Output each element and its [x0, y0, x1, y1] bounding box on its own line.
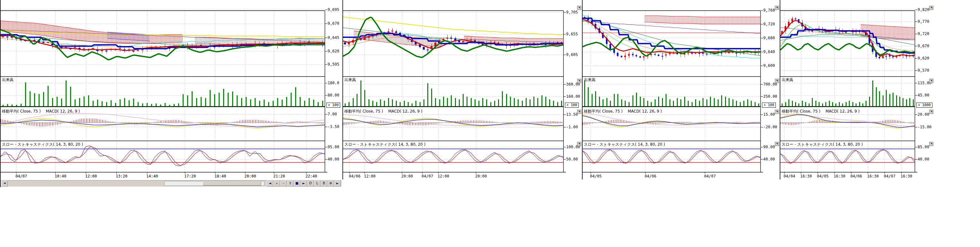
section-expand-button[interactable]: ◥ — [577, 6, 581, 10]
stoch-section-label: スロー・ストキャスティクス( 14, 3, 80, 20 ) — [344, 142, 425, 147]
x-axis-label: 20:00 — [475, 174, 487, 178]
scroll-left-button[interactable]: ◄ — [1, 180, 8, 186]
y-axis-label-price: 9,760 — [763, 8, 775, 13]
volume-scale-badge: × 1000 — [916, 103, 932, 108]
scrollbar-track[interactable] — [164, 181, 265, 186]
chart-tool-button[interactable]: D — [307, 180, 314, 186]
y-axis-label-price: 9,605 — [566, 53, 578, 57]
chart-tool-button[interactable]: ■ — [294, 180, 300, 186]
section-expand-button[interactable]: ◥ — [929, 110, 933, 114]
x-axis-label: 16:30 — [867, 174, 879, 178]
section-expand-button[interactable]: ◥ — [775, 142, 779, 146]
chart-tool-button[interactable]: ► — [334, 180, 341, 186]
volume-scale-badge: × 100 — [326, 103, 340, 108]
x-axis-label: 17:20 — [184, 174, 196, 178]
x-axis-label: 04/07 — [704, 174, 716, 178]
chart-canvas[interactable] — [780, 0, 934, 174]
scrollbar-thumb[interactable] — [202, 182, 261, 186]
x-axis-label: 22:40 — [305, 174, 317, 178]
x-axis-label: 12:00 — [85, 174, 97, 178]
x-axis-label: 04/05 — [590, 174, 601, 178]
stoch-section-label: スロー・ストキャスティクス( 14, 3, 80, 20 ) — [782, 142, 863, 147]
section-expand-button[interactable]: ◥ — [577, 79, 581, 83]
x-axis-label: 12:00 — [438, 174, 449, 178]
desktop: 先物▼日経225mini▼11/06▼ 日経225mini 11/06( 5分,… — [0, 0, 980, 247]
y-axis-label-volume: 180.0 — [328, 81, 339, 85]
y-axis-label-stoch: 50.00 — [566, 157, 578, 161]
y-axis-label-volume: 160.00 — [566, 94, 580, 99]
section-expand-button[interactable]: ◥ — [929, 142, 933, 146]
chart-canvas[interactable] — [1, 0, 342, 174]
y-axis-label-stoch: 40.00 — [328, 157, 339, 161]
y-axis-label-stoch: 40.00 — [918, 157, 929, 161]
x-axis-label: 04/05 — [817, 174, 829, 178]
section-expand-button[interactable]: ◥ — [577, 142, 581, 146]
section-expand-button[interactable]: ◥ — [929, 79, 933, 83]
macd-section-label: 移動平均( Close, 75 ) MACD( 12, 26, 9 ) — [2, 109, 80, 114]
y-axis-label-price: 9,640 — [763, 49, 775, 54]
chart-canvas[interactable] — [343, 0, 582, 174]
y-axis-label-macd: -1.00 — [566, 125, 578, 129]
y-axis-label-volume: 45.00 — [918, 93, 929, 97]
y-axis-label-price: 9,620 — [918, 56, 929, 61]
chart-window-60min: ▼▼▼ 日経225mini 11/06( 60分, 2011/03/30 - 2… — [780, 0, 934, 180]
y-axis-label-price: 9,680 — [763, 36, 775, 40]
y-axis-label-price: 9,570 — [918, 68, 929, 73]
y-axis-label-stoch: 90.00 — [763, 145, 775, 149]
volume-section-label: 出来高 — [584, 77, 595, 83]
y-axis-label-macd: -3.50 — [328, 124, 339, 129]
x-axis-label: 04/06 — [349, 174, 360, 178]
chart-tool-button[interactable]: ↕ — [287, 180, 294, 186]
volume-section-label: 出来高 — [782, 77, 793, 83]
y-axis-label-macd: 13.50 — [566, 112, 578, 117]
y-axis-label-price: 9,655 — [566, 32, 578, 36]
chart-canvas[interactable] — [582, 0, 780, 174]
x-axis-label: 16:30 — [834, 174, 845, 178]
macd-section-label: 移動平均( Close, 75 ) MACD( 12, 26, 9 ) — [344, 109, 423, 114]
y-axis-label-price: 9,705 — [566, 10, 578, 14]
y-axis-label-price: 9,670 — [328, 21, 339, 26]
y-axis-label-price: 9,695 — [328, 7, 339, 12]
x-axis-label: 16:30 — [800, 174, 812, 178]
volume-section-label: 出来高 — [2, 77, 13, 83]
bottom-scrollbar[interactable]: ◄ ◄＋－↕■►DLB⊕► — [1, 180, 342, 186]
macd-section-label: 移動平均( Close, 75 ) MACD( 12, 26, 9 ) — [584, 109, 662, 114]
x-axis-label: 21:20 — [273, 174, 285, 178]
y-axis-label-macd: 20.00 — [918, 112, 929, 117]
chart-tool-button[interactable]: L — [314, 180, 321, 186]
x-axis-label: 04/07 — [422, 174, 433, 178]
x-axis-label: 13:20 — [116, 174, 127, 178]
y-axis-label-price: 9,770 — [918, 19, 929, 24]
macd-section-label: 移動平均( Close, 75 ) MACD( 12, 26, 9 ) — [782, 109, 860, 114]
x-axis-label: 18:40 — [215, 174, 226, 178]
x-axis-label: 20:00 — [244, 174, 256, 178]
volume-section-label: 出来高 — [344, 77, 356, 83]
x-axis-label: 04/06 — [645, 174, 656, 178]
y-axis-label-price: 9,720 — [918, 32, 929, 36]
chart-window-15min: ▼▼▼ 日経225mini 11/06( 15分, 2011/03/30 - 2… — [342, 0, 582, 180]
y-axis-label-macd: -15.00 — [918, 125, 931, 129]
x-axis-label: 12:00 — [364, 174, 375, 178]
chart-tool-button[interactable]: － — [280, 180, 287, 186]
chart-tool-button[interactable]: ► — [300, 180, 307, 186]
y-axis-label-price: 9,645 — [328, 35, 339, 40]
chart-tool-button[interactable]: ◄ — [267, 180, 273, 186]
y-axis-label-price: 9,595 — [328, 62, 339, 67]
chart-window-5min: 先物▼日経225mini▼11/06▼ 日経225mini 11/06( 5分,… — [0, 0, 342, 187]
section-expand-button[interactable]: ◥ — [775, 110, 779, 114]
y-axis-label-stoch: 85.00 — [918, 145, 929, 149]
section-expand-button[interactable]: ◥ — [577, 110, 581, 114]
y-axis-label-volume: 80.00 — [328, 93, 339, 97]
chart-tool-button[interactable]: ＋ — [273, 180, 280, 186]
section-expand-button[interactable]: ◥ — [929, 6, 933, 10]
section-expand-button[interactable]: ◥ — [775, 6, 779, 10]
x-axis-label: 04/07 — [884, 174, 896, 178]
stoch-section-label: スロー・ストキャスティクス( 14, 3, 80, 20 ) — [584, 142, 665, 147]
x-axis-label: 10:40 — [55, 174, 66, 178]
volume-scale-badge: × 100 — [762, 103, 776, 108]
chart-tool-button[interactable]: ⊕ — [327, 180, 334, 186]
stoch-section-label: スロー・ストキャスティクス( 14, 3, 80, 20 ) — [2, 142, 83, 147]
chart-tool-button[interactable]: B — [321, 180, 327, 186]
section-expand-button[interactable]: ◥ — [775, 79, 779, 83]
chart-window-30min: ▼▼▼ 日経225mini 11/06( 30分, 2011/03/30 - 2… — [582, 0, 780, 180]
